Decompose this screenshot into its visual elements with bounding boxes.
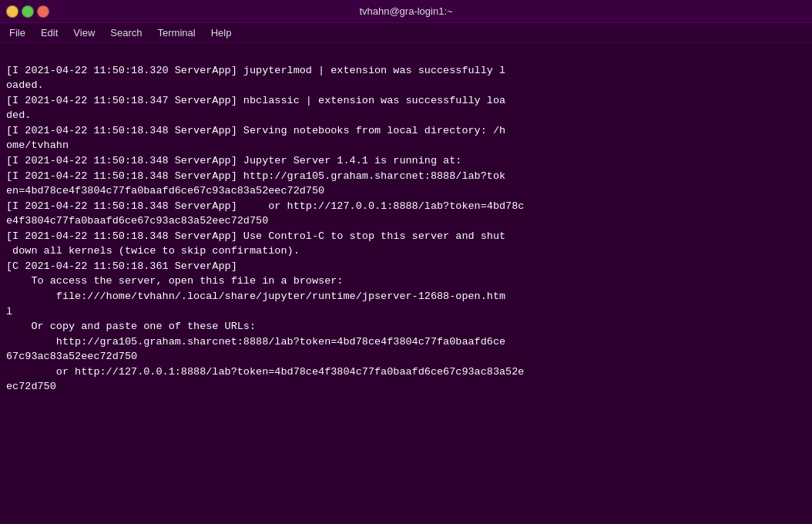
terminal-line: http://gra105.graham.sharcnet:8888/lab?t… — [6, 334, 806, 350]
menu-item-search[interactable]: Search — [104, 25, 148, 40]
titlebar: tvhahn@gra-login1:~ — [0, 0, 812, 23]
terminal-line: [I 2021-04-22 11:50:18.348 ServerApp] Us… — [6, 229, 806, 244]
menu-item-edit[interactable]: Edit — [35, 25, 64, 40]
menu-item-help[interactable]: Help — [205, 25, 238, 40]
menu-item-file[interactable]: File — [3, 25, 32, 40]
terminal-line: [C 2021-04-22 11:50:18.361 ServerApp] — [6, 259, 806, 274]
terminal-line: [I 2021-04-22 11:50:18.320 ServerApp] ju… — [6, 63, 806, 79]
terminal-line: en=4bd78ce4f3804c77fa0baafd6ce67c93ac83a… — [6, 183, 806, 199]
terminal-line: l — [6, 304, 806, 320]
terminal-line: or http://127.0.0.1:8888/lab?token=4bd78… — [6, 364, 806, 380]
terminal-line: file:///home/tvhahn/.local/share/jupyter… — [6, 289, 806, 304]
terminal-line: 67c93ac83a52eec72d750 — [6, 349, 806, 364]
terminal-line: Or copy and paste one of these URLs: — [6, 319, 806, 334]
terminal-line: down all kernels (twice to skip confirma… — [6, 244, 806, 259]
terminal-line: oaded. — [6, 78, 806, 93]
minimize-button[interactable] — [6, 5, 18, 18]
window-controls[interactable] — [6, 5, 49, 18]
menubar: FileEditViewSearchTerminalHelp — [0, 23, 812, 43]
terminal-line: To access the server, open this file in … — [6, 274, 806, 289]
terminal-line: ome/tvhahn — [6, 138, 806, 153]
terminal-line: [I 2021-04-22 11:50:18.348 ServerApp] Ju… — [6, 153, 806, 169]
terminal-line: ec72d750 — [6, 379, 806, 395]
terminal-line: [I 2021-04-22 11:50:18.348 ServerApp] or… — [6, 199, 806, 214]
terminal-line: [I 2021-04-22 11:50:18.348 ServerApp] ht… — [6, 169, 806, 184]
terminal-line: [I 2021-04-22 11:50:18.348 ServerApp] Se… — [6, 123, 806, 139]
window-title: tvhahn@gra-login1:~ — [49, 5, 763, 17]
menu-item-view[interactable]: View — [67, 25, 101, 40]
menu-item-terminal[interactable]: Terminal — [152, 25, 202, 40]
terminal-line: [I 2021-04-22 11:50:18.347 ServerApp] nb… — [6, 93, 806, 109]
terminal-line: ded. — [6, 108, 806, 123]
close-button[interactable] — [37, 5, 49, 18]
maximize-button[interactable] — [22, 5, 34, 18]
terminal-line: e4f3804c77fa0baafd6ce67c93ac83a52eec72d7… — [6, 213, 806, 229]
terminal-output[interactable]: [I 2021-04-22 11:50:18.320 ServerApp] ju… — [0, 43, 812, 524]
